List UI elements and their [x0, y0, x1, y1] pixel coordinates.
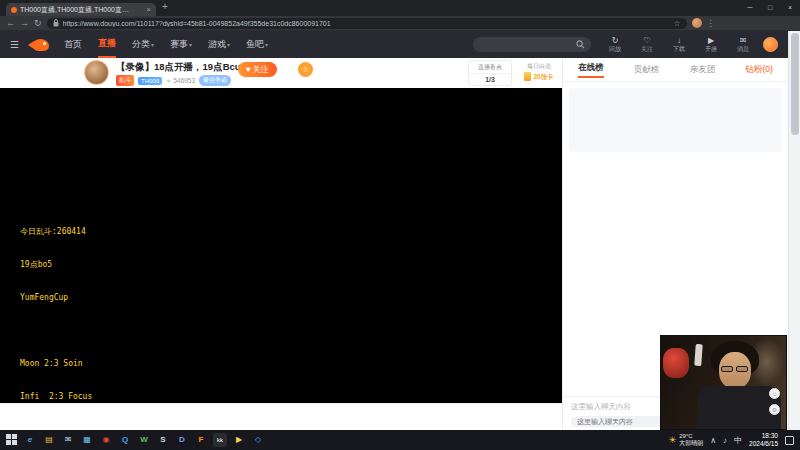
bookmark-star-icon[interactable]: ☆ [673, 19, 680, 28]
taskbar-icon-mail[interactable]: ✉ [61, 433, 75, 447]
settings-gear-icon[interactable]: ⚙ [769, 404, 780, 415]
browser-tab-strip: TH000直播,TH000直播,TH000直… × + ─ □ × [0, 0, 800, 16]
nav-item-games[interactable]: 游戏▾ [208, 31, 230, 58]
nav-item-home[interactable]: 首页 [64, 31, 82, 58]
back-button[interactable]: ← [6, 16, 15, 30]
browser-menu-icon[interactable]: ⋮ [707, 19, 715, 28]
nav-item-categories[interactable]: 分类▾ [132, 31, 154, 58]
scrollbar-thumb[interactable] [791, 33, 799, 135]
replay-button[interactable]: ↻回放 [603, 36, 627, 53]
stream-overlay-text: 今日乱斗:260414 19点bo5 YumFengCup Moon 2:3 S… [20, 204, 100, 430]
stream-badges: 乱斗 TH000 ★546953 最强争霸 [116, 75, 231, 86]
taskbar-clock[interactable]: 18:30 2024/6/15 [749, 432, 778, 448]
clock-date: 2024/6/15 [749, 440, 778, 448]
weather-widget[interactable]: ☀ 29°C 大部晴朗 [668, 433, 703, 447]
page-content: ☰ 首页 直播 分类▾ 赛事▾ 游戏▾ 鱼吧▾ ↻回放 ♡关注 ↓下载 ▶开播 … [0, 31, 788, 430]
heart-icon: ♡ [635, 36, 659, 46]
fan-badge: TH000 [138, 77, 162, 85]
chevron-down-icon: ▾ [227, 41, 230, 48]
stream-info-bar: 【录像】18点开播，19点Bcup~ 乱斗 TH000 ★546953 最强争霸… [0, 58, 562, 88]
category-badge: 乱斗 [116, 75, 134, 86]
nav-item-yuba[interactable]: 鱼吧▾ [246, 31, 268, 58]
video-player[interactable]: 今日乱斗:260414 19点bo5 YumFengCup Moon 2:3 S… [0, 88, 562, 403]
chat-placeholder-text: 这里输入聊天内容 [571, 402, 631, 412]
stream-title: 【录像】18点开播，19点Bcup~ [116, 61, 252, 74]
event-badge: 最强争霸 [199, 75, 231, 86]
taskbar-icon-edge[interactable]: e [23, 433, 37, 447]
streamer-avatar[interactable] [84, 60, 109, 85]
action-center-icon[interactable] [785, 436, 794, 445]
hamburger-menu-icon[interactable]: ☰ [10, 39, 19, 50]
tab-title: TH000直播,TH000直播,TH000直… [20, 5, 143, 15]
volume-icon[interactable]: ♪ [723, 436, 727, 445]
download-icon: ↓ [667, 36, 691, 46]
follow-nav-button[interactable]: ♡关注 [635, 36, 659, 53]
nav-item-live[interactable]: 直播 [98, 31, 116, 58]
start-button[interactable] [6, 434, 18, 446]
follow-button[interactable]: ♥ 关注 [238, 62, 277, 77]
taskbar-icon-qq[interactable]: Q [118, 433, 132, 447]
message-icon: ✉ [731, 36, 755, 46]
window-close-button[interactable]: × [780, 0, 800, 16]
webcam-red-object [663, 348, 689, 378]
ime-indicator[interactable]: 中 [734, 435, 742, 446]
nav-item-esports[interactable]: 赛事▾ [170, 31, 192, 58]
tab-online-rank[interactable]: 在线榜 [578, 62, 604, 78]
messages-button[interactable]: ✉消息 [731, 36, 755, 53]
search-input[interactable] [473, 37, 591, 52]
taskbar-icon-potplayer[interactable]: ▶ [232, 433, 246, 447]
chevron-down-icon: ▾ [189, 41, 192, 48]
browser-tab[interactable]: TH000直播,TH000直播,TH000直… × [6, 3, 156, 16]
daily-card-widget[interactable]: 每日白送 20张卡 [518, 62, 560, 82]
refresh-button[interactable]: ↻ [34, 16, 42, 30]
taskbar-icon-kk[interactable]: kk [213, 433, 227, 447]
taskbar-icon-firefox[interactable]: F [194, 433, 208, 447]
page-scrollbar[interactable] [788, 31, 800, 430]
replay-icon: ↻ [603, 36, 627, 46]
browser-address-bar: ← → ↻ https://www.douyu.com/110117?dyshi… [0, 16, 800, 31]
url-box[interactable]: https://www.douyu.com/110117?dyshid=45b8… [47, 18, 687, 29]
card-icon [524, 72, 531, 81]
sidebar-tabs: 在线榜 贡献榜 亲友团 钻粉(0) [563, 58, 788, 82]
remind-button[interactable]: ☆ [298, 62, 313, 77]
streamer-glasses [736, 366, 748, 372]
taskbar-icon-file-explorer[interactable]: ▤ [42, 433, 56, 447]
tray-expand-icon[interactable]: ∧ [710, 436, 716, 445]
tab-diamond-fans[interactable]: 钻粉(0) [745, 64, 772, 76]
streamer-glasses [721, 366, 733, 372]
site-nav: 首页 直播 分类▾ 赛事▾ 游戏▾ 鱼吧▾ [64, 31, 268, 58]
highlight-page-indicator: 1/3 [469, 74, 511, 86]
highlight-pager[interactable]: 直播看点 1/3 [468, 60, 512, 86]
user-avatar[interactable] [763, 37, 778, 52]
forward-button[interactable]: → [20, 16, 29, 30]
window-maximize-button[interactable]: □ [760, 0, 780, 16]
browser-profile-avatar[interactable] [692, 18, 702, 28]
tab-fan-group[interactable]: 亲友团 [690, 64, 716, 76]
player-bottom-bar [0, 403, 562, 430]
taskbar-icon-chrome[interactable]: ◉ [99, 433, 113, 447]
rank-list-panel [569, 88, 782, 152]
weather-temp: 29°C [679, 433, 703, 440]
go-live-button[interactable]: ▶开播 [699, 36, 723, 53]
lock-icon [53, 19, 59, 27]
taskbar-icon-wechat[interactable]: W [137, 433, 151, 447]
window-minimize-button[interactable]: ─ [740, 0, 760, 16]
douyu-logo-icon[interactable] [28, 38, 52, 52]
header-actions: ↻回放 ♡关注 ↓下载 ▶开播 ✉消息 [603, 36, 755, 53]
weather-desc: 大部晴朗 [679, 440, 703, 447]
tab-contribution-rank[interactable]: 贡献榜 [634, 64, 660, 76]
taskbar-icon-vscode[interactable]: ◇ [251, 433, 265, 447]
emoji-float-icon[interactable]: ☺ [769, 388, 780, 399]
taskbar-icon-store[interactable]: ▦ [80, 433, 94, 447]
url-text[interactable]: https://www.douyu.com/110117?dyshid=45b8… [63, 20, 670, 27]
site-header: ☰ 首页 直播 分类▾ 赛事▾ 游戏▾ 鱼吧▾ ↻回放 ♡关注 ↓下载 ▶开播 … [0, 31, 788, 58]
new-tab-button[interactable]: + [162, 1, 168, 12]
webcam-overlay[interactable] [660, 335, 787, 430]
webcam-bottle [694, 344, 703, 366]
taskbar-icon-discord[interactable]: D [175, 433, 189, 447]
download-button[interactable]: ↓下载 [667, 36, 691, 53]
heart-icon: ♥ [246, 65, 251, 74]
tab-close-icon[interactable]: × [146, 5, 151, 14]
window-controls: ─ □ × [740, 0, 800, 16]
taskbar-icon-steam[interactable]: S [156, 433, 170, 447]
